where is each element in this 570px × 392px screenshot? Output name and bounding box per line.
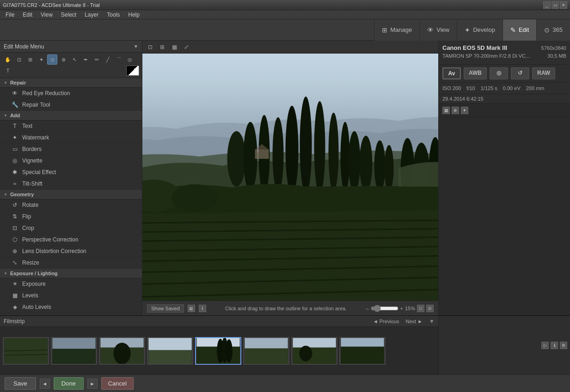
actual-size-icon[interactable]: ⊞ (426, 305, 434, 312)
panel-item-borders[interactable]: ▭Borders (0, 144, 142, 155)
section-geometry[interactable]: Geometry (0, 190, 142, 199)
filmstrip-thumb-1[interactable] (3, 337, 49, 365)
mode-metering[interactable]: ◎ (490, 67, 508, 79)
info-right-icon[interactable]: ℹ (551, 342, 558, 349)
filmstrip-thumb-4[interactable] (147, 337, 193, 365)
section-add[interactable]: Add (0, 111, 142, 121)
tool-arrow[interactable]: ↖ (69, 54, 80, 65)
filmstrip-thumb-6[interactable] (243, 337, 289, 365)
panel-item-flip[interactable]: ⇅Flip (0, 211, 142, 223)
image-area (142, 54, 438, 301)
prev-button[interactable]: ◄ Previous (373, 319, 399, 324)
menu-item-select[interactable]: Select (57, 11, 80, 19)
next-nav-arrow[interactable]: ► (87, 379, 98, 389)
tool-select-rect[interactable]: ⊡ (14, 54, 24, 65)
filmstrip-scroll[interactable] (0, 327, 438, 374)
zoom-plus[interactable]: + (400, 306, 403, 311)
zoom-minus[interactable]: – (366, 306, 368, 311)
panel-item-repair-tool[interactable]: 🔧Repair Tool (0, 99, 142, 111)
menu-item-view[interactable]: View (37, 11, 56, 19)
section-exposure---lighting[interactable]: Exposure / Lighting (0, 269, 142, 278)
mode-av[interactable]: Av (442, 67, 461, 79)
filmstrip-thumb-7[interactable] (291, 337, 337, 365)
nav-develop[interactable]: ✦ Develop (457, 19, 503, 41)
view-tool-expand[interactable]: ⤢ (181, 42, 191, 52)
panel-item-special-effect[interactable]: ✱Special Effect (0, 167, 142, 178)
panel-item-auto-levels[interactable]: ◈Auto Levels (0, 302, 142, 313)
filmstrip-thumb-8[interactable] (339, 337, 386, 365)
mode-awb[interactable]: AWB (464, 67, 487, 79)
filmstrip-icon[interactable]: ▦ (188, 305, 195, 312)
menu-item-layer[interactable]: Layer (81, 11, 102, 19)
panel-item-lens-distortion-correction[interactable]: ⊛Lens Distortion Correction (0, 246, 142, 257)
zoom-level: 15% (405, 306, 415, 311)
close-button[interactable]: ✕ (560, 1, 567, 9)
panel-item-tilt-shift[interactable]: ≈Tilt-Shift (0, 178, 142, 190)
panel-item-vignette[interactable]: ◎Vignette (0, 155, 142, 167)
panel-item-text[interactable]: TText (0, 121, 142, 132)
color-swatch[interactable] (126, 66, 139, 76)
menu-item-edit[interactable]: Edit (19, 11, 36, 19)
filmstrip-thumb-3[interactable] (99, 337, 145, 365)
tool-move[interactable]: ✋ (3, 54, 13, 65)
prev-nav-arrow[interactable]: ◄ (40, 379, 50, 389)
filmstrip-thumb-2[interactable] (51, 337, 97, 365)
tool-shape[interactable]: ◎ (125, 54, 135, 65)
tool-magic-wand[interactable]: ✦ (36, 54, 46, 65)
save-button[interactable]: Save (5, 377, 36, 390)
manage-icon: ⊞ (382, 26, 387, 34)
panel-item-rotate[interactable]: ↺Rotate (0, 199, 142, 211)
nav-view[interactable]: 👁 View (419, 19, 457, 41)
tool-text[interactable]: T (3, 66, 13, 76)
panel-item-levels[interactable]: ▦Levels (0, 290, 142, 302)
main-wrapper: Edit Mode Menu ▼ ✋ ⊡ ⊞ ✦ ⊙ ⊛ ↖ ✒ ✏ ╱ ⌒ ◎… (0, 41, 570, 392)
nav-manage[interactable]: ⊞ Manage (374, 19, 419, 41)
section-repair[interactable]: Repair (0, 78, 142, 88)
expand-right-icon[interactable]: ▷ (541, 342, 549, 349)
image-statusbar: Show Saved ▦ ℹ Click and drag to draw th… (142, 301, 438, 315)
exif-row: ISO 200 f/10 1/125 s 0.00 eV 200 mm (439, 83, 570, 94)
zoom-slider[interactable] (371, 305, 398, 312)
histogram-icon[interactable]: ▦ (442, 107, 450, 114)
tool-stamp[interactable]: ⊛ (58, 54, 68, 65)
mode-raw[interactable]: RAW (532, 67, 555, 79)
view-tool-rect-select[interactable]: ⊡ (145, 42, 155, 52)
map-icon[interactable]: ⊕ (452, 107, 459, 114)
tool-pen[interactable]: ✏ (92, 54, 102, 65)
tool-curve[interactable]: ⌒ (114, 54, 124, 65)
panel-item-watermark[interactable]: ✦Watermark (0, 132, 142, 144)
menu-item-file[interactable]: File (2, 11, 18, 19)
view-tool-columns[interactable]: ▦ (169, 42, 179, 52)
tool-lasso[interactable]: ⊙ (47, 54, 57, 65)
restore-button[interactable]: ▭ (552, 1, 559, 9)
nav-365[interactable]: ⊙ 365 (536, 19, 570, 41)
settings-right-icon[interactable]: ⚙ (560, 342, 567, 349)
next-button[interactable]: Next ► (406, 319, 423, 324)
mode-flash[interactable]: ↺ (511, 67, 529, 79)
edit-mode-bar[interactable]: Edit Mode Menu ▼ (0, 41, 142, 53)
panel-scroll[interactable]: Repair👁Red Eye Reduction🔧Repair ToolAddT… (0, 78, 142, 315)
panel-item-exposure[interactable]: ☀Exposure (0, 278, 142, 290)
watermark-icon: ✦ (11, 134, 18, 141)
menu-item-tools[interactable]: Tools (103, 11, 123, 19)
done-button[interactable]: Done (54, 377, 84, 390)
nav-edit[interactable]: ✎ Edit (503, 19, 536, 41)
filmstrip-expand-icon[interactable]: ▼ (429, 318, 435, 325)
cancel-button[interactable]: Cancel (101, 377, 134, 390)
show-saved-button[interactable]: Show Saved (147, 304, 184, 313)
tool-line[interactable]: ╱ (103, 54, 113, 65)
365-icon: ⊙ (544, 26, 550, 34)
menu-item-help[interactable]: Help (124, 11, 143, 19)
tool-brush[interactable]: ✒ (80, 54, 91, 65)
minimize-button[interactable]: _ (543, 1, 551, 9)
panel-item-perspective-correction[interactable]: ⬡Perspective Correction (0, 234, 142, 246)
view-tool-grid[interactable]: ⊞ (157, 42, 167, 52)
panel-item-red-eye-reduction[interactable]: 👁Red Eye Reduction (0, 88, 142, 99)
tool-transform[interactable]: ⊞ (25, 54, 35, 65)
panel-item-crop[interactable]: ⊡Crop (0, 223, 142, 234)
filmstrip-thumb-5[interactable] (195, 337, 241, 365)
fit-icon[interactable]: ⊡ (417, 305, 424, 312)
info-icon[interactable]: ℹ (199, 305, 206, 312)
panel-item-resize[interactable]: ⤡Resize (0, 257, 142, 269)
keywords-icon[interactable]: ✦ (461, 107, 468, 114)
